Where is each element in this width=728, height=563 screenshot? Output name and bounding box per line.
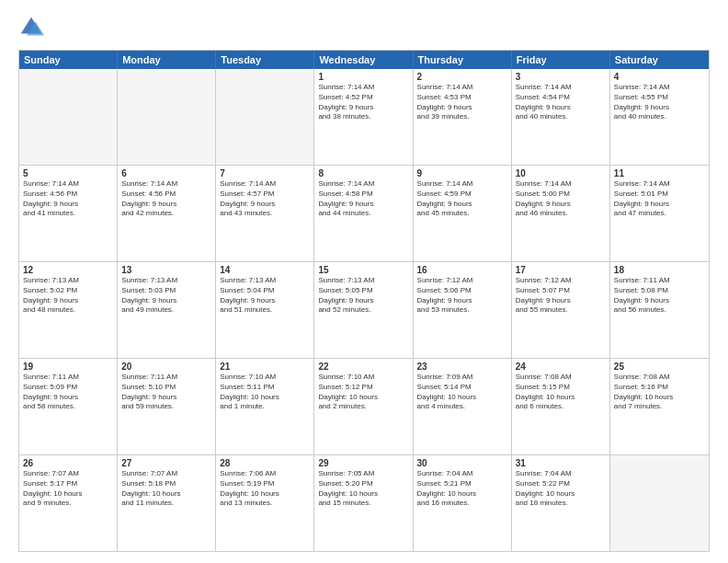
cell-info: Sunrise: 7:14 AM Sunset: 4:58 PM Dayligh… [318,179,408,219]
cell-info: Sunrise: 7:05 AM Sunset: 5:20 PM Dayligh… [318,469,408,509]
day-number: 21 [220,362,310,372]
day-number: 19 [23,362,113,372]
calendar-cell: 30Sunrise: 7:04 AM Sunset: 5:21 PM Dayli… [414,455,512,551]
calendar-cell: 16Sunrise: 7:12 AM Sunset: 5:06 PM Dayli… [414,262,512,358]
calendar-row: 12Sunrise: 7:13 AM Sunset: 5:02 PM Dayli… [19,261,709,358]
calendar-cell: 31Sunrise: 7:04 AM Sunset: 5:22 PM Dayli… [512,455,610,551]
calendar-cell: 20Sunrise: 7:11 AM Sunset: 5:10 PM Dayli… [118,359,216,454]
day-number: 29 [318,458,408,468]
weekday-header: Sunday [19,51,118,69]
cell-info: Sunrise: 7:10 AM Sunset: 5:12 PM Dayligh… [318,373,408,412]
calendar: SundayMondayTuesdayWednesdayThursdayFrid… [18,50,710,552]
cell-info: Sunrise: 7:14 AM Sunset: 4:56 PM Dayligh… [23,179,113,219]
day-number: 10 [516,168,606,178]
calendar-cell: 4Sunrise: 7:14 AM Sunset: 4:55 PM Daylig… [610,69,709,165]
day-number: 20 [121,362,211,372]
cell-info: Sunrise: 7:14 AM Sunset: 4:56 PM Dayligh… [121,179,211,219]
calendar-cell [216,69,314,165]
calendar-cell: 12Sunrise: 7:13 AM Sunset: 5:02 PM Dayli… [19,262,118,358]
cell-info: Sunrise: 7:07 AM Sunset: 5:17 PM Dayligh… [23,469,113,509]
day-number: 13 [121,265,211,275]
cell-info: Sunrise: 7:11 AM Sunset: 5:10 PM Dayligh… [121,373,211,412]
cell-info: Sunrise: 7:12 AM Sunset: 5:07 PM Dayligh… [516,276,606,316]
calendar-cell: 14Sunrise: 7:13 AM Sunset: 5:04 PM Dayli… [216,262,314,358]
day-number: 30 [417,458,507,468]
cell-info: Sunrise: 7:14 AM Sunset: 4:55 PM Dayligh… [614,83,705,122]
day-number: 4 [614,72,705,82]
calendar-cell: 2Sunrise: 7:14 AM Sunset: 4:53 PM Daylig… [414,69,512,165]
day-number: 2 [417,72,507,82]
day-number: 3 [516,72,606,82]
day-number: 24 [516,362,606,372]
cell-info: Sunrise: 7:04 AM Sunset: 5:21 PM Dayligh… [417,469,507,509]
calendar-cell [19,69,118,165]
cell-info: Sunrise: 7:06 AM Sunset: 5:19 PM Dayligh… [220,469,310,509]
calendar-cell: 13Sunrise: 7:13 AM Sunset: 5:03 PM Dayli… [118,262,216,358]
day-number: 16 [417,265,507,275]
calendar-cell: 26Sunrise: 7:07 AM Sunset: 5:17 PM Dayli… [19,455,118,551]
weekday-header: Saturday [610,51,709,69]
calendar-cell: 28Sunrise: 7:06 AM Sunset: 5:19 PM Dayli… [216,455,314,551]
cell-info: Sunrise: 7:11 AM Sunset: 5:08 PM Dayligh… [614,276,705,316]
cell-info: Sunrise: 7:11 AM Sunset: 5:09 PM Dayligh… [23,373,113,412]
day-number: 31 [516,458,606,468]
day-number: 22 [318,362,408,372]
day-number: 6 [121,168,211,178]
calendar-cell [118,69,216,165]
cell-info: Sunrise: 7:14 AM Sunset: 5:00 PM Dayligh… [516,179,606,219]
calendar-cell: 18Sunrise: 7:11 AM Sunset: 5:08 PM Dayli… [610,262,709,358]
weekday-header: Tuesday [216,51,314,69]
day-number: 26 [23,458,113,468]
day-number: 11 [614,168,705,178]
weekday-header: Friday [512,51,610,69]
cell-info: Sunrise: 7:13 AM Sunset: 5:04 PM Dayligh… [220,276,310,316]
calendar-cell: 17Sunrise: 7:12 AM Sunset: 5:07 PM Dayli… [512,262,610,358]
cell-info: Sunrise: 7:13 AM Sunset: 5:03 PM Dayligh… [121,276,211,316]
weekday-header: Monday [118,51,216,69]
day-number: 28 [220,458,310,468]
cell-info: Sunrise: 7:14 AM Sunset: 5:01 PM Dayligh… [614,179,705,219]
cell-info: Sunrise: 7:07 AM Sunset: 5:18 PM Dayligh… [121,469,211,509]
cell-info: Sunrise: 7:12 AM Sunset: 5:06 PM Dayligh… [417,276,507,316]
calendar-row: 5Sunrise: 7:14 AM Sunset: 4:56 PM Daylig… [19,165,709,261]
calendar-row: 1Sunrise: 7:14 AM Sunset: 4:52 PM Daylig… [19,69,709,165]
calendar-cell: 8Sunrise: 7:14 AM Sunset: 4:58 PM Daylig… [314,166,413,261]
calendar-body: 1Sunrise: 7:14 AM Sunset: 4:52 PM Daylig… [19,69,709,551]
calendar-cell [610,455,709,551]
calendar-row: 26Sunrise: 7:07 AM Sunset: 5:17 PM Dayli… [19,454,709,551]
calendar-cell: 21Sunrise: 7:10 AM Sunset: 5:11 PM Dayli… [216,359,314,454]
calendar-cell: 29Sunrise: 7:05 AM Sunset: 5:20 PM Dayli… [314,455,413,551]
day-number: 14 [220,265,310,275]
day-number: 12 [23,265,113,275]
cell-info: Sunrise: 7:10 AM Sunset: 5:11 PM Dayligh… [220,373,310,412]
day-number: 15 [318,265,408,275]
day-number: 17 [516,265,606,275]
calendar-cell: 11Sunrise: 7:14 AM Sunset: 5:01 PM Dayli… [610,166,709,261]
calendar-cell: 15Sunrise: 7:13 AM Sunset: 5:05 PM Dayli… [314,262,413,358]
calendar-cell: 24Sunrise: 7:08 AM Sunset: 5:15 PM Dayli… [512,359,610,454]
day-number: 27 [121,458,211,468]
calendar-cell: 6Sunrise: 7:14 AM Sunset: 4:56 PM Daylig… [118,166,216,261]
calendar-cell: 7Sunrise: 7:14 AM Sunset: 4:57 PM Daylig… [216,166,314,261]
cell-info: Sunrise: 7:14 AM Sunset: 4:52 PM Dayligh… [318,83,408,122]
calendar-cell: 5Sunrise: 7:14 AM Sunset: 4:56 PM Daylig… [19,166,118,261]
calendar-row: 19Sunrise: 7:11 AM Sunset: 5:09 PM Dayli… [19,358,709,454]
logo-icon [18,15,44,40]
day-number: 8 [318,168,408,178]
logo [18,15,48,40]
calendar-cell: 27Sunrise: 7:07 AM Sunset: 5:18 PM Dayli… [118,455,216,551]
calendar-cell: 22Sunrise: 7:10 AM Sunset: 5:12 PM Dayli… [314,359,413,454]
day-number: 5 [23,168,113,178]
calendar-cell: 25Sunrise: 7:08 AM Sunset: 5:16 PM Dayli… [610,359,709,454]
calendar-cell: 10Sunrise: 7:14 AM Sunset: 5:00 PM Dayli… [512,166,610,261]
day-number: 9 [417,168,507,178]
calendar-header: SundayMondayTuesdayWednesdayThursdayFrid… [19,51,709,69]
weekday-header: Thursday [414,51,512,69]
cell-info: Sunrise: 7:14 AM Sunset: 4:57 PM Dayligh… [220,179,310,219]
cell-info: Sunrise: 7:14 AM Sunset: 4:53 PM Dayligh… [417,83,507,122]
calendar-cell: 3Sunrise: 7:14 AM Sunset: 4:54 PM Daylig… [512,69,610,165]
cell-info: Sunrise: 7:08 AM Sunset: 5:15 PM Dayligh… [516,373,606,412]
cell-info: Sunrise: 7:04 AM Sunset: 5:22 PM Dayligh… [516,469,606,509]
day-number: 25 [614,362,705,372]
cell-info: Sunrise: 7:14 AM Sunset: 4:54 PM Dayligh… [516,83,606,122]
